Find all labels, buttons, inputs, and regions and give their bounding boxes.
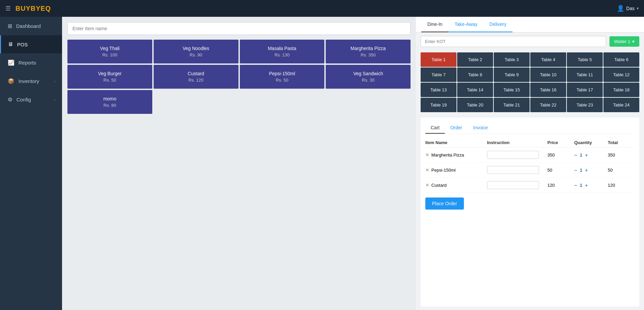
menu-item-name: Margherita Pizza [329,46,407,51]
total-cell: 350 [608,152,635,158]
remove-item-button[interactable]: ✕ [425,152,429,158]
sidebar-item-inventory[interactable]: 📦 Inventory › [0,72,62,90]
table-cell[interactable]: Table 12 [603,68,639,82]
menu-item[interactable]: Custard Rs. 120 [154,65,238,89]
sidebar-label-pos: POS [17,42,55,47]
table-cell[interactable]: Table 13 [421,83,457,97]
quantity-value: 1 [580,168,582,173]
tab-take-away[interactable]: Take-Away [448,17,483,32]
kot-input[interactable] [421,36,606,47]
cart-tabs: Cart Order Invoice [425,122,635,134]
user-caret-icon: ▾ [637,6,639,11]
menu-item-name: Veg Sandwich [329,71,407,76]
menu-item-name: Veg Burger [71,71,149,76]
table-cell[interactable]: Table 7 [421,68,457,82]
chevron-icon: › [54,79,55,83]
table-cell[interactable]: Table 15 [494,83,530,97]
sidebar: ⊞ Dashboard 🖥 POS 📈 Reports 📦 Inventory … [0,17,62,310]
decrease-qty-button[interactable]: − [574,152,577,158]
brand-logo: BUYBYEQ [15,5,51,12]
table-cell[interactable]: Table 18 [603,83,639,97]
order-mode-tabs: Dine-In Take-Away Delivery [416,17,644,33]
price-cell: 350 [547,152,574,158]
menu-item[interactable]: Margherita Pizza Rs. 350 [326,40,411,63]
sidebar-label-inventory: Inventory [18,78,50,84]
menu-item-name: momo [71,96,149,101]
cart-item-label: Margherita Pizza [431,152,464,158]
sidebar-item-config[interactable]: ⚙ Config › [0,90,62,109]
table-cell[interactable]: Table 10 [530,68,566,82]
table-grid-wrapper: Table 1Table 2Table 3Table 4Table 5Table… [416,50,644,114]
menu-item-price: Rs. 80 [71,103,149,108]
table-cell[interactable]: Table 11 [567,68,603,82]
cart-item-name: ✕ Margherita Pizza [425,152,487,158]
instruction-input[interactable] [487,151,539,159]
table-cell[interactable]: Table 6 [603,52,639,67]
menu-item-price: Rs. 130 [243,52,321,57]
menu-grid: Veg Thali Rs. 100 Veg Noodles Rs. 90 Mas… [67,40,411,114]
total-cell: 50 [608,168,635,173]
sidebar-item-pos[interactable]: 🖥 POS [0,35,62,53]
remove-item-button[interactable]: ✕ [425,167,429,173]
tab-delivery[interactable]: Delivery [483,17,513,32]
tab-cart[interactable]: Cart [425,122,445,134]
instruction-input[interactable] [487,181,539,189]
place-order-button[interactable]: Place Order [425,197,464,210]
user-menu[interactable]: 👤 Das ▾ [617,5,639,12]
pos-icon: 🖥 [8,41,13,47]
table-cell[interactable]: Table 21 [494,98,530,112]
table-cell[interactable]: Table 5 [567,52,603,67]
search-input[interactable] [67,22,411,35]
tab-invoice[interactable]: Invoice [468,122,493,134]
menu-item[interactable]: Veg Burger Rs. 50 [67,65,152,89]
menu-item-price: Rs. 50 [243,78,321,83]
remove-item-button[interactable]: ✕ [425,182,429,188]
tab-dine-in[interactable]: Dine-In [421,17,448,32]
menu-item[interactable]: Veg Thali Rs. 100 [67,40,152,63]
content: Veg Thali Rs. 100 Veg Noodles Rs. 90 Mas… [62,17,644,310]
menu-item[interactable]: Veg Sandwich Rs. 30 [326,65,411,89]
menu-item[interactable]: momo Rs. 80 [67,90,152,114]
chevron-icon: › [54,98,55,102]
table-cell[interactable]: Table 2 [457,52,493,67]
table-cell[interactable]: Table 20 [457,98,493,112]
menu-item[interactable]: Veg Noodles Rs. 90 [154,40,238,63]
menu-item[interactable]: Masala Pasta Rs. 130 [240,40,325,63]
table-cell[interactable]: Table 3 [494,52,530,67]
table-cell[interactable]: Table 4 [530,52,566,67]
table-cell[interactable]: Table 17 [567,83,603,97]
increase-qty-button[interactable]: + [585,182,588,188]
sidebar-item-dashboard[interactable]: ⊞ Dashboard [0,17,62,35]
tab-order[interactable]: Order [445,122,468,134]
table-cell[interactable]: Table 22 [530,98,566,112]
instruction-cell [487,181,547,189]
cart-rows: ✕ Margherita Pizza 350 − 1 + 350 ✕ Pepsi… [425,147,635,193]
quantity-value: 1 [580,152,582,158]
table-cell[interactable]: Table 19 [421,98,457,112]
increase-qty-button[interactable]: + [585,152,588,158]
table-row: ✕ Pepsi-150ml 50 − 1 + 50 [425,163,635,178]
inventory-icon: 📦 [8,78,14,84]
table-cell[interactable]: Table 8 [457,68,493,82]
increase-qty-button[interactable]: + [585,167,588,173]
table-cell[interactable]: Table 23 [567,98,603,112]
order-panel: Dine-In Take-Away Delivery Waiter 1 ▾ Ta… [416,17,644,310]
table-cell[interactable]: Table 24 [603,98,639,112]
decrease-qty-button[interactable]: − [574,167,577,173]
table-cell[interactable]: Table 1 [421,52,457,67]
table-row: ✕ Custard 120 − 1 + 120 [425,178,635,193]
waiter-select[interactable]: Waiter 1 ▾ [609,36,639,47]
table-cell[interactable]: Table 9 [494,68,530,82]
cart-item-name: ✕ Custard [425,182,487,188]
instruction-input[interactable] [487,166,539,174]
sidebar-item-reports[interactable]: 📈 Reports [0,53,62,72]
table-cell[interactable]: Table 14 [457,83,493,97]
menu-item[interactable]: Pepsi-150ml Rs. 50 [240,65,325,89]
sidebar-label-config: Config [16,97,50,102]
table-cell[interactable]: Table 16 [530,83,566,97]
user-icon: 👤 [617,5,624,12]
hamburger-icon[interactable]: ☰ [5,5,11,12]
table-grid: Table 1Table 2Table 3Table 4Table 5Table… [421,52,639,112]
decrease-qty-button[interactable]: − [574,182,577,188]
config-icon: ⚙ [8,96,12,103]
